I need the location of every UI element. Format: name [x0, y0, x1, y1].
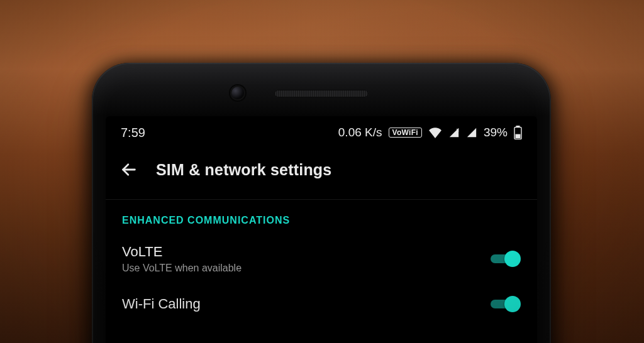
status-battery-percent: 39%	[484, 126, 508, 139]
toggle-wifi-calling[interactable]	[489, 295, 521, 313]
phone-screen: 7:59 0.06 K/s VoWiFi x 39%	[106, 116, 537, 343]
vowifi-badge-icon: VoWiFi	[389, 128, 422, 138]
signal-sim1-no-data-icon: x	[448, 127, 460, 138]
status-time: 7:59	[121, 126, 145, 140]
svg-text:x: x	[457, 127, 460, 133]
setting-title-volte: VoLTE	[122, 244, 489, 260]
page-title: SIM & network settings	[156, 161, 331, 179]
battery-icon	[514, 126, 522, 139]
wifi-icon	[428, 127, 442, 138]
setting-title-wifi-calling: Wi-Fi Calling	[122, 296, 489, 312]
back-button[interactable]	[118, 159, 140, 180]
photo-scene: 7:59 0.06 K/s VoWiFi x 39%	[0, 0, 644, 343]
front-camera	[230, 85, 245, 101]
app-bar: SIM & network settings	[106, 149, 537, 198]
status-bar: 7:59 0.06 K/s VoWiFi x 39%	[106, 116, 537, 149]
section-header-enhanced-communications: ENHANCED COMMUNICATIONS	[106, 200, 537, 232]
signal-sim2-icon	[466, 127, 477, 138]
setting-subtitle-volte: Use VoLTE when available	[122, 263, 489, 274]
status-right-cluster: 0.06 K/s VoWiFi x 39%	[338, 126, 522, 139]
setting-row-volte[interactable]: VoLTE Use VoLTE when available	[106, 232, 537, 284]
status-data-speed: 0.06 K/s	[338, 126, 382, 139]
svg-rect-3	[516, 134, 521, 139]
earpiece-speaker	[274, 90, 369, 97]
arrow-left-icon	[120, 161, 138, 178]
phone-device: 7:59 0.06 K/s VoWiFi x 39%	[92, 63, 551, 343]
toggle-volte[interactable]	[489, 250, 521, 268]
setting-row-wifi-calling[interactable]: Wi-Fi Calling	[106, 284, 537, 323]
svg-rect-1	[516, 126, 520, 127]
